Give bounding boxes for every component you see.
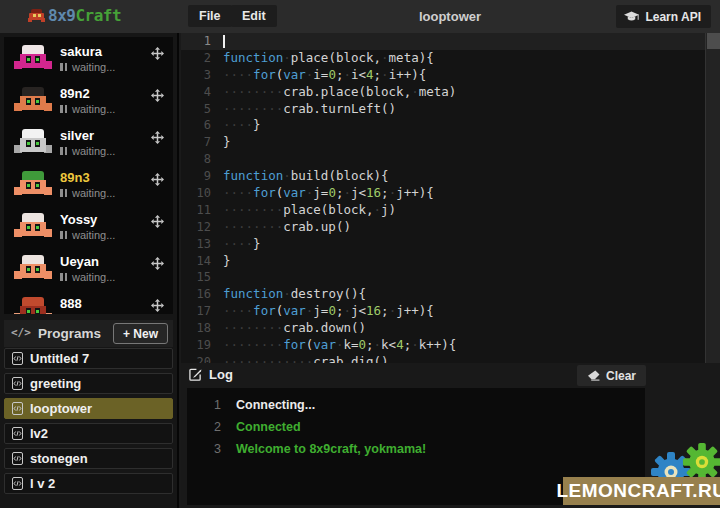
log-message: Welcome to 8x9craft, yokmama! [236,441,426,463]
code-line[interactable]: 2function·place(block,·meta){ [181,50,720,67]
player-row[interactable]: Yossywaiting... [4,205,173,247]
crab-logo-icon [28,9,45,22]
log-message: Connected [236,419,301,441]
player-row[interactable]: 888waiting... [4,289,173,314]
new-program-button[interactable]: + New [113,323,168,344]
move-player-icon[interactable] [151,298,164,311]
line-number: 5 [181,101,211,118]
move-player-icon[interactable] [151,214,164,227]
code-line[interactable]: 8 [181,151,720,168]
program-item[interactable]: l v 2 [4,473,173,494]
line-number: 11 [181,202,211,219]
code-line[interactable]: 7} [181,134,720,151]
code-text: ············crab.dig() [223,354,389,363]
pause-icon [60,147,67,155]
program-item[interactable]: greeting [4,373,173,394]
code-icon: </> [11,326,31,339]
code-line[interactable]: 17····for(var·j=0;·j<16;·j++){ [181,303,720,320]
log-entry: 2Connected [187,419,645,441]
line-number: 2 [181,50,211,67]
code-line[interactable]: 4········crab.place(block,·meta) [181,84,720,101]
editor-scrollbar-track[interactable] [705,33,720,363]
move-player-icon[interactable] [151,88,164,101]
line-number: 4 [181,84,211,101]
line-number: 9 [181,168,211,185]
code-text: ····} [223,117,261,134]
code-text: function·destroy(){ [223,286,366,303]
code-line[interactable]: 13····} [181,236,720,253]
code-text: ····for(var·j=0;·j<16;·j++){ [223,185,434,202]
code-text: } [223,134,231,151]
code-line[interactable]: 18········crab.down() [181,320,720,337]
program-name: lv2 [30,426,48,441]
line-number: 15 [181,269,211,286]
player-row[interactable]: Ueyanwaiting... [4,247,173,289]
code-line[interactable]: 12········crab.up() [181,219,720,236]
sidebar: sakurawaiting...89n2waiting...silverwait… [0,33,179,508]
code-line[interactable]: 6····} [181,117,720,134]
code-text: ········crab.place(block,·meta) [223,84,456,101]
code-line[interactable]: 11········place(block,·j) [181,202,720,219]
player-name: Ueyan [60,254,99,269]
code-editor[interactable]: 12function·place(block,·meta){3····for(v… [181,33,720,363]
program-item[interactable]: stonegen [4,448,173,469]
player-row[interactable]: sakurawaiting... [4,37,173,79]
code-line[interactable]: 3····for(var·i=0;·i<4;·i++){ [181,67,720,84]
code-text: ········for(var·k=0;·k<4;·k++){ [223,337,456,354]
programs-title: Programs [38,326,101,341]
player-row[interactable]: 89n3waiting... [4,163,173,205]
line-number: 13 [181,236,211,253]
code-text: ····for(var·j=0;·j<16;·j++){ [223,303,434,320]
code-text: ········crab.down() [223,320,366,337]
player-name: sakura [60,44,102,59]
player-row[interactable]: 89n2waiting... [4,79,173,121]
clear-log-button[interactable]: Clear [577,365,646,386]
script-file-icon [12,452,23,465]
program-item[interactable]: Untitled 7 [4,348,173,369]
code-line[interactable]: 15 [181,269,720,286]
pause-icon [60,105,67,113]
program-name: greeting [30,376,81,391]
program-item[interactable]: lv2 [4,423,173,444]
code-line[interactable]: 14} [181,253,720,270]
graduation-cap-icon [624,11,639,23]
player-status: waiting... [60,145,115,157]
pause-icon [60,189,67,197]
script-file-icon [12,402,23,415]
code-line[interactable]: 20············crab.dig() [181,354,720,363]
code-text: } [223,253,231,270]
code-text: function·build(block){ [223,168,389,185]
code-line[interactable]: 9function·build(block){ [181,168,720,185]
code-text: ········crab.up() [223,219,351,236]
move-player-icon[interactable] [151,172,164,185]
script-file-icon [12,377,23,390]
player-name: 89n3 [60,170,90,185]
player-avatar [15,171,51,200]
code-text: ····for(var·i=0;·i<4;·i++){ [223,67,426,84]
editor-scrollbar-thumb[interactable] [707,33,720,49]
program-item[interactable]: looptower [4,398,173,419]
move-player-icon[interactable] [151,46,164,59]
player-row[interactable]: silverwaiting... [4,121,173,163]
player-avatar [15,45,51,74]
code-line[interactable]: 5········crab.turnLeft() [181,101,720,118]
line-number: 18 [181,320,211,337]
move-player-icon[interactable] [151,256,164,269]
watermark: LEMONCRAFT.RU [563,477,720,505]
line-number: 1 [181,33,211,50]
edit-note-icon [189,368,202,381]
line-number: 8 [181,151,211,168]
code-line[interactable]: 1 [181,33,720,50]
line-number: 16 [181,286,211,303]
code-line[interactable]: 10····for(var·j=0;·j<16;·j++){ [181,185,720,202]
programs-header: </> Programs + New [4,320,173,347]
code-line[interactable]: 16function·destroy(){ [181,286,720,303]
player-name: silver [60,128,94,143]
code-line[interactable]: 19········for(var·k=0;·k<4;·k++){ [181,337,720,354]
move-player-icon[interactable] [151,130,164,143]
player-status: waiting... [60,187,115,199]
player-name: 888 [60,296,82,311]
line-number: 7 [181,134,211,151]
learn-api-button[interactable]: Learn API [616,5,711,28]
script-file-icon [12,427,23,440]
